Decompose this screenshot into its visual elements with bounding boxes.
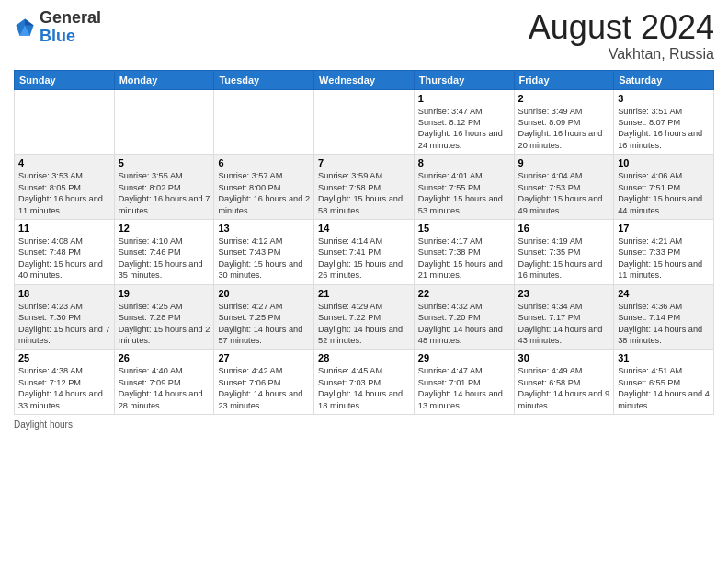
day-info: Sunrise: 4:32 AM Sunset: 7:20 PM Dayligh… [418,301,510,347]
day-number: 10 [618,157,710,168]
day-info: Sunrise: 4:08 AM Sunset: 7:48 PM Dayligh… [18,236,110,282]
calendar-cell: 12Sunrise: 4:10 AM Sunset: 7:46 PM Dayli… [114,219,214,284]
day-number: 12 [119,223,210,234]
calendar-cell [114,89,214,155]
calendar-cell: 9Sunrise: 4:04 AM Sunset: 7:53 PM Daylig… [514,155,614,220]
footer-label: Daylight hours [14,419,73,430]
day-info: Sunrise: 3:47 AM Sunset: 8:12 PM Dayligh… [418,106,510,152]
day-number: 4 [18,157,110,168]
day-number: 7 [318,157,410,168]
day-number: 6 [218,157,310,168]
day-info: Sunrise: 3:49 AM Sunset: 8:09 PM Dayligh… [518,106,610,152]
day-number: 2 [518,93,610,104]
day-number: 26 [119,352,210,363]
day-number: 24 [618,288,710,299]
day-info: Sunrise: 4:40 AM Sunset: 7:09 PM Dayligh… [119,365,210,411]
day-number: 11 [18,223,110,234]
calendar-cell: 24Sunrise: 4:36 AM Sunset: 7:14 PM Dayli… [614,284,714,350]
day-info: Sunrise: 4:45 AM Sunset: 7:03 PM Dayligh… [318,365,410,411]
calendar-cell: 8Sunrise: 4:01 AM Sunset: 7:55 PM Daylig… [414,155,514,220]
day-info: Sunrise: 4:25 AM Sunset: 7:28 PM Dayligh… [119,301,210,347]
calendar-cell: 6Sunrise: 3:57 AM Sunset: 8:00 PM Daylig… [214,155,314,220]
day-info: Sunrise: 4:19 AM Sunset: 7:35 PM Dayligh… [518,236,610,282]
calendar-cell: 31Sunrise: 4:51 AM Sunset: 6:55 PM Dayli… [614,350,714,415]
header: General Blue August 2024 Vakhtan, Russia [14,9,714,63]
calendar-cell: 18Sunrise: 4:23 AM Sunset: 7:30 PM Dayli… [15,284,115,350]
day-number: 9 [518,157,610,168]
day-number: 13 [218,223,310,234]
day-info: Sunrise: 4:23 AM Sunset: 7:30 PM Dayligh… [18,301,110,347]
calendar-header-row: SundayMondayTuesdayWednesdayThursdayFrid… [15,70,714,89]
svg-marker-1 [25,18,34,25]
calendar-cell: 17Sunrise: 4:21 AM Sunset: 7:33 PM Dayli… [614,219,714,284]
calendar-cell: 19Sunrise: 4:25 AM Sunset: 7:28 PM Dayli… [114,284,214,350]
calendar-cell: 23Sunrise: 4:34 AM Sunset: 7:17 PM Dayli… [514,284,614,350]
day-info: Sunrise: 4:34 AM Sunset: 7:17 PM Dayligh… [518,301,610,347]
calendar-cell: 27Sunrise: 4:42 AM Sunset: 7:06 PM Dayli… [214,350,314,415]
calendar-cell: 16Sunrise: 4:19 AM Sunset: 7:35 PM Dayli… [514,219,614,284]
calendar-cell [314,89,415,155]
day-info: Sunrise: 4:42 AM Sunset: 7:06 PM Dayligh… [218,365,310,411]
day-number: 20 [218,288,310,299]
day-number: 14 [318,223,410,234]
footer: Daylight hours [14,419,714,430]
calendar-cell: 11Sunrise: 4:08 AM Sunset: 7:48 PM Dayli… [15,219,115,284]
day-header-sunday: Sunday [15,70,115,89]
calendar-cell: 28Sunrise: 4:45 AM Sunset: 7:03 PM Dayli… [314,350,415,415]
day-number: 21 [318,288,410,299]
day-number: 1 [418,93,510,104]
day-number: 28 [318,352,410,363]
day-header-saturday: Saturday [614,70,714,89]
day-info: Sunrise: 4:04 AM Sunset: 7:53 PM Dayligh… [518,170,610,216]
day-info: Sunrise: 3:53 AM Sunset: 8:05 PM Dayligh… [18,170,110,216]
day-header-wednesday: Wednesday [314,70,415,89]
logo-general-text: General [40,8,101,27]
day-info: Sunrise: 3:59 AM Sunset: 7:58 PM Dayligh… [318,170,410,216]
day-number: 30 [518,352,610,363]
logo-text: General Blue [40,9,101,46]
day-info: Sunrise: 4:49 AM Sunset: 6:58 PM Dayligh… [518,365,610,411]
day-info: Sunrise: 4:21 AM Sunset: 7:33 PM Dayligh… [618,236,710,282]
day-header-thursday: Thursday [414,70,514,89]
day-info: Sunrise: 3:55 AM Sunset: 8:02 PM Dayligh… [119,170,210,216]
title-block: August 2024 Vakhtan, Russia [529,9,714,63]
day-header-monday: Monday [114,70,214,89]
day-info: Sunrise: 4:51 AM Sunset: 6:55 PM Dayligh… [618,365,710,411]
day-info: Sunrise: 4:17 AM Sunset: 7:38 PM Dayligh… [418,236,510,282]
calendar-week-0: 1Sunrise: 3:47 AM Sunset: 8:12 PM Daylig… [15,89,714,155]
calendar-week-3: 18Sunrise: 4:23 AM Sunset: 7:30 PM Dayli… [15,284,714,350]
calendar-cell: 10Sunrise: 4:06 AM Sunset: 7:51 PM Dayli… [614,155,714,220]
calendar-cell: 26Sunrise: 4:40 AM Sunset: 7:09 PM Dayli… [114,350,214,415]
day-number: 25 [18,352,110,363]
calendar-cell: 4Sunrise: 3:53 AM Sunset: 8:05 PM Daylig… [15,155,115,220]
day-number: 19 [119,288,210,299]
day-info: Sunrise: 4:06 AM Sunset: 7:51 PM Dayligh… [618,170,710,216]
day-number: 8 [418,157,510,168]
calendar-cell: 20Sunrise: 4:27 AM Sunset: 7:25 PM Dayli… [214,284,314,350]
day-info: Sunrise: 4:10 AM Sunset: 7:46 PM Dayligh… [119,236,210,282]
day-number: 5 [119,157,210,168]
calendar-table: SundayMondayTuesdayWednesdayThursdayFrid… [14,70,714,415]
calendar-cell: 2Sunrise: 3:49 AM Sunset: 8:09 PM Daylig… [514,89,614,155]
calendar-cell: 22Sunrise: 4:32 AM Sunset: 7:20 PM Dayli… [414,284,514,350]
day-info: Sunrise: 4:01 AM Sunset: 7:55 PM Dayligh… [418,170,510,216]
day-number: 22 [418,288,510,299]
logo: General Blue [14,9,101,46]
calendar-cell: 3Sunrise: 3:51 AM Sunset: 8:07 PM Daylig… [614,89,714,155]
page: General Blue August 2024 Vakhtan, Russia… [0,0,728,563]
logo-icon [14,17,36,39]
calendar-cell: 13Sunrise: 4:12 AM Sunset: 7:43 PM Dayli… [214,219,314,284]
day-number: 27 [218,352,310,363]
day-number: 23 [518,288,610,299]
day-header-tuesday: Tuesday [214,70,314,89]
calendar-cell: 25Sunrise: 4:38 AM Sunset: 7:12 PM Dayli… [15,350,115,415]
day-header-friday: Friday [514,70,614,89]
day-info: Sunrise: 4:38 AM Sunset: 7:12 PM Dayligh… [18,365,110,411]
calendar-week-2: 11Sunrise: 4:08 AM Sunset: 7:48 PM Dayli… [15,219,714,284]
location: Vakhtan, Russia [529,46,714,63]
day-info: Sunrise: 4:29 AM Sunset: 7:22 PM Dayligh… [318,301,410,347]
calendar-cell: 21Sunrise: 4:29 AM Sunset: 7:22 PM Dayli… [314,284,415,350]
day-number: 3 [618,93,710,104]
calendar-cell [214,89,314,155]
day-info: Sunrise: 4:36 AM Sunset: 7:14 PM Dayligh… [618,301,710,347]
